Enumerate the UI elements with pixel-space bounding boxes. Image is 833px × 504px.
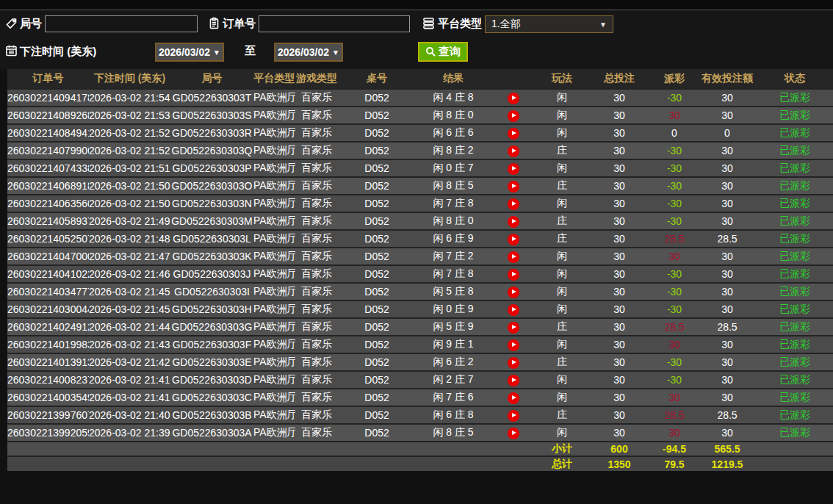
- cell-game-type: 百家乐: [295, 89, 338, 107]
- cell-total-bet: 30: [588, 336, 651, 353]
- total-valid-bet: 1219.5: [698, 456, 757, 471]
- cell-total-bet: 30: [588, 212, 651, 230]
- cell-replay: [491, 195, 536, 212]
- cell-game-no: GD0522630303R: [170, 124, 253, 142]
- cell-game-no: GD0522630303M: [170, 212, 253, 230]
- cell-result: 闲 0 庄 7: [416, 159, 491, 177]
- table-body: 260302214094178 2026-03-02 21:54:16 GD05…: [7, 89, 833, 442]
- play-video-button[interactable]: [508, 357, 519, 369]
- col-header-result: 结果: [416, 69, 491, 89]
- play-video-button[interactable]: [508, 216, 519, 228]
- date-to-picker[interactable]: 2026/03/02 ▼: [274, 43, 343, 62]
- bet-time-label: 下注时间 (美东): [20, 45, 96, 59]
- table-row: 260302214058937 2026-03-02 21:49:21 GD05…: [7, 212, 833, 230]
- platform-type-select[interactable]: 1.全部 ▼: [485, 15, 613, 33]
- play-video-button[interactable]: [508, 128, 519, 140]
- cell-status: 已派彩: [757, 230, 833, 248]
- cell-payout: 0: [651, 124, 698, 142]
- subtotal-row: 小计 600 -94.5 565.5: [7, 442, 833, 456]
- cell-play: 闲: [536, 159, 588, 177]
- table-row: 260302214047000 2026-03-02 21:47:38 GD05…: [7, 248, 833, 265]
- table-row: 260302214003549 2026-03-02 21:41:18 GD05…: [7, 389, 833, 406]
- cell-result: 闲 6 庄 2: [416, 353, 491, 371]
- cell-play: 闲: [536, 107, 588, 124]
- cell-valid-bet: 30: [698, 283, 757, 300]
- play-video-button[interactable]: [508, 339, 519, 351]
- col-header-replay: [491, 69, 536, 89]
- cell-payout: 30: [651, 248, 698, 265]
- cell-table-no: D052: [338, 159, 416, 177]
- cell-replay: [491, 107, 536, 124]
- play-video-button[interactable]: [508, 392, 519, 404]
- play-video-button[interactable]: [508, 375, 519, 386]
- cell-bet-time: 2026-03-02 21:51:27: [89, 159, 170, 177]
- play-video-button[interactable]: [508, 251, 519, 263]
- cell-total-bet: 30: [588, 195, 651, 212]
- cell-bet-time: 2026-03-02 21:52:57: [89, 124, 170, 142]
- cell-bet-time: 2026-03-02 21:45:10: [89, 300, 170, 318]
- play-video-button[interactable]: [508, 93, 519, 104]
- date-to-value: 2026/03/02: [278, 46, 329, 58]
- cell-total-bet: 30: [588, 424, 651, 442]
- cell-bet-time: 2026-03-02 21:42:46: [89, 353, 170, 371]
- play-video-button[interactable]: [508, 322, 519, 334]
- cell-payout: -30: [651, 89, 698, 107]
- play-video-button[interactable]: [508, 410, 519, 422]
- play-video-button[interactable]: [508, 145, 519, 157]
- cell-game-type: 百家乐: [295, 142, 338, 159]
- cell-game-no: GD0522630303F: [170, 336, 253, 353]
- col-header-platform: 平台类型: [253, 69, 295, 89]
- cell-game-type: 百家乐: [295, 353, 338, 371]
- play-video-button[interactable]: [508, 304, 519, 316]
- query-button-label: 查询: [439, 45, 461, 59]
- cell-bet-time: 2026-03-02 21:44:25: [89, 318, 170, 336]
- cell-status: 已派彩: [757, 142, 833, 159]
- cell-order-no: 260302214068918: [7, 177, 89, 195]
- filter-bar: 局号 订单号 平台类型 1.全部 ▼ 下注时间 (美东) 2026/03/02 …: [0, 10, 833, 69]
- cell-replay: [491, 124, 536, 142]
- play-video-button[interactable]: [508, 428, 519, 439]
- cell-result: 闲 6 庄 9: [416, 230, 491, 248]
- cell-valid-bet: 28.5: [698, 230, 757, 248]
- cell-bet-time: 2026-03-02 21:43:43: [89, 336, 170, 353]
- date-from-picker[interactable]: 2026/03/02 ▼: [155, 43, 224, 62]
- cell-platform: PA欧洲厅: [253, 371, 295, 389]
- cell-status: 已派彩: [757, 212, 833, 230]
- cell-platform: PA欧洲厅: [253, 424, 295, 442]
- play-video-button[interactable]: [508, 110, 519, 122]
- cell-total-bet: 30: [588, 406, 651, 424]
- cell-play: 庄: [536, 353, 588, 371]
- cell-status: 已派彩: [757, 389, 833, 406]
- play-video-button[interactable]: [508, 163, 519, 175]
- cell-play: 庄: [536, 406, 588, 424]
- cell-payout: 30: [651, 336, 698, 353]
- cell-status: 已派彩: [757, 248, 833, 265]
- cell-payout: -30: [651, 300, 698, 318]
- game-no-input[interactable]: [45, 15, 198, 32]
- cell-replay: [491, 212, 536, 230]
- cell-replay: [491, 318, 536, 336]
- cell-platform: PA欧洲厅: [253, 283, 295, 300]
- play-video-button[interactable]: [508, 198, 519, 210]
- cell-payout: -30: [651, 265, 698, 283]
- cell-bet-time: 2026-03-02 21:41:18: [89, 389, 170, 406]
- cell-play: 闲: [536, 336, 588, 353]
- cell-platform: PA欧洲厅: [253, 389, 295, 406]
- cell-platform: PA欧洲厅: [253, 107, 295, 124]
- cell-game-no: GD0522630303C: [170, 389, 253, 406]
- play-video-button[interactable]: [508, 181, 519, 192]
- cell-play: 庄: [536, 212, 588, 230]
- cell-result: 闲 8 庄 2: [416, 142, 491, 159]
- cell-payout: 30: [651, 107, 698, 124]
- col-header-play: 玩法: [536, 69, 588, 89]
- order-no-input[interactable]: [259, 15, 410, 32]
- table-row: 260302213992059 2026-03-02 21:39:45 GD05…: [7, 424, 833, 442]
- cell-status: 已派彩: [757, 195, 833, 212]
- play-video-button[interactable]: [508, 269, 519, 281]
- cell-platform: PA欧洲厅: [253, 353, 295, 371]
- play-video-button[interactable]: [508, 234, 519, 245]
- query-button[interactable]: 查询: [418, 42, 468, 62]
- cell-payout: -30: [651, 142, 698, 159]
- play-video-button[interactable]: [508, 287, 519, 298]
- subtotal-status-spacer: [757, 442, 833, 456]
